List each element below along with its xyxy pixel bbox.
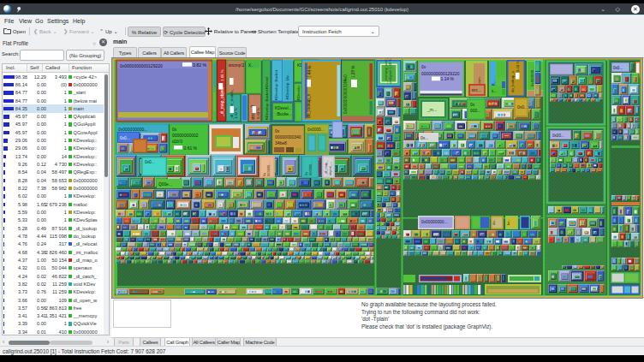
svg-text:x...: x... bbox=[492, 89, 497, 93]
svg-text:00000000340: 00000000340 bbox=[275, 134, 301, 139]
svg-text:0x0...: 0x0... bbox=[120, 136, 130, 140]
svg-text:object_...: object_... bbox=[328, 162, 332, 175]
svg-text:strc...: strc... bbox=[472, 88, 481, 92]
svg-text:__memcpy_sse2_: __memcpy_sse2_ bbox=[385, 56, 388, 85]
svg-text:34be8: 34be8 bbox=[275, 140, 287, 145]
svg-text:do_lookup_x: do_lookup_x bbox=[306, 93, 311, 118]
svg-text:KDevel...: KDevel... bbox=[275, 106, 291, 110]
svg-text:0x: 0x bbox=[421, 64, 426, 69]
svg-text::KDevelop::Qu...: :KDevelop::Qu... bbox=[285, 73, 289, 100]
svg-text:_m...: _m... bbox=[426, 107, 437, 112]
svg-text:strcmp'2: strcmp'2 bbox=[229, 62, 245, 68]
svg-text:::Bucke...: ::Bucke... bbox=[275, 112, 292, 116]
svg-text:0x000000...: 0x000000... bbox=[530, 67, 534, 86]
svg-text:0x000000000...: 0x000000000... bbox=[118, 127, 147, 132]
svg-text:1.04 %: 1.04 % bbox=[234, 108, 238, 119]
svg-text:0x0...: 0x0... bbox=[145, 160, 155, 164]
svg-text:unaligned 1.39 %: unaligned 1.39 % bbox=[389, 58, 392, 84]
svg-text:0.43 %: 0.43 % bbox=[256, 108, 260, 119]
svg-text:0x0000000000129220: 0x0000000000129220 bbox=[120, 63, 163, 68]
svg-text:000000...: 000000... bbox=[266, 162, 271, 176]
svg-text:0x: 0x bbox=[470, 102, 475, 107]
svg-text:0x: 0x bbox=[275, 128, 280, 134]
svg-text:00000000002: 00000000002 bbox=[172, 133, 199, 138]
svg-text:be..: be.. bbox=[506, 219, 510, 225]
svg-text:0x: 0x bbox=[172, 127, 177, 132]
svg-text:K...: K... bbox=[492, 80, 496, 86]
svg-text:0x0..: 0x0.. bbox=[517, 104, 527, 110]
svg-text:1.28 %: 1.28 % bbox=[351, 66, 355, 78]
svg-text:0x0...: 0x0... bbox=[613, 66, 623, 70]
svg-text:000...: 000... bbox=[470, 108, 481, 113]
svg-text:0000000000129220: 0000000000129220 bbox=[421, 71, 460, 76]
svg-text:0x00000000...: 0x00000000... bbox=[421, 220, 447, 224]
svg-text:0x0000...: 0x0000... bbox=[307, 128, 325, 132]
svg-text:KDevelop::Bucket:KDevel...: KDevelop::Bucket:KDevel... bbox=[265, 74, 269, 120]
svg-text:X..: X.. bbox=[248, 63, 253, 68]
svg-text:0x00000000003164e0: 0x00000000003164e0 bbox=[343, 74, 348, 114]
svg-text:KDevelop::Bucket: KDevelop::Bucket bbox=[274, 69, 278, 100]
svg-text:KDevelo: KDevelo bbox=[296, 86, 301, 100]
svg-text:0x00...: 0x00... bbox=[552, 134, 564, 138]
svg-text:1.66 %: 1.66 % bbox=[220, 69, 224, 81]
svg-text:Q00e...: Q00e... bbox=[158, 182, 172, 187]
svg-text:d1b'0: d1b'0 bbox=[172, 139, 182, 144]
svg-text:000000...: 000000... bbox=[308, 161, 313, 175]
svg-text:0.43 %: 0.43 % bbox=[516, 61, 520, 72]
svg-text:1.14 %: 1.14 % bbox=[441, 76, 455, 81]
svg-text:do..: do.. bbox=[492, 219, 496, 225]
svg-text:_dl_map_object: _dl_map_object bbox=[220, 86, 224, 117]
svg-text:0.61 %: 0.61 % bbox=[184, 145, 198, 151]
svg-text:do_lookup_x: do_lookup_x bbox=[510, 70, 515, 92]
svg-text:0x...: 0x... bbox=[420, 135, 428, 140]
svg-text:1.44 %: 1.44 % bbox=[307, 66, 312, 78]
svg-text:_dl_name_match_: _dl_name_match_ bbox=[230, 88, 234, 121]
svg-text:3.82 %: 3.82 % bbox=[193, 62, 207, 68]
